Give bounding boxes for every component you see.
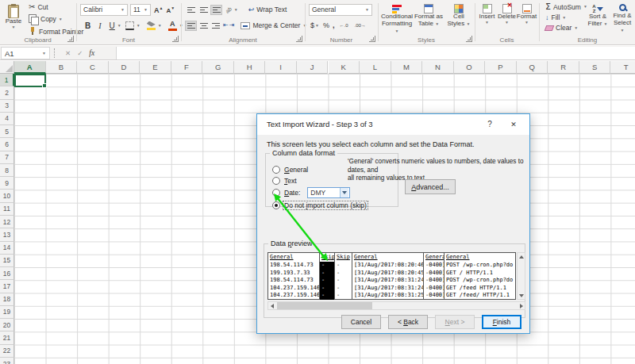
preview-cell[interactable]: - [335, 285, 352, 293]
row-header-9[interactable]: 9 [0, 177, 14, 190]
select-all-corner[interactable] [0, 61, 14, 74]
decrease-decimal-button[interactable]: .00→ [353, 22, 368, 29]
wrap-text-button[interactable]: ↩Wrap Text [246, 5, 290, 14]
row-header-11[interactable]: 11 [0, 203, 14, 216]
enter-entry-icon[interactable]: ✓ [77, 49, 83, 57]
column-header-J[interactable]: J [297, 61, 329, 74]
radio-option-date[interactable]: Date:DMY [272, 187, 350, 197]
column-header-C[interactable]: C [77, 61, 109, 74]
comma-style-button[interactable]: , [333, 21, 335, 29]
preview-cell[interactable]: - [320, 270, 335, 278]
active-cell-selection[interactable] [14, 74, 46, 87]
preview-column-header[interactable]: Skip [320, 253, 335, 262]
advanced-button[interactable]: Advanced... [405, 179, 456, 194]
conditional-formatting-button[interactable]: Conditional Formatting ▼ [380, 2, 414, 34]
radio-circle-icon[interactable] [272, 177, 280, 185]
row-header-21[interactable]: 21 [0, 331, 14, 344]
column-header-M[interactable]: M [391, 61, 423, 74]
middle-align-button[interactable] [198, 5, 210, 15]
radio-circle-icon[interactable] [272, 189, 280, 197]
font-dialog-launcher-icon[interactable] [172, 36, 179, 42]
increase-decimal-button[interactable]: ←.0 [338, 22, 350, 29]
preview-cell[interactable]: POST /wp-cron.php?do [444, 262, 516, 270]
row-header-14[interactable]: 14 [0, 242, 14, 255]
preview-cell[interactable]: -0400] [424, 285, 444, 293]
row-header-1[interactable]: 1 [0, 74, 14, 86]
align-left-button[interactable] [185, 21, 197, 31]
row-header-23[interactable]: 23 [0, 358, 14, 364]
column-header-H[interactable]: H [234, 61, 266, 74]
row-header-22[interactable]: 22 [0, 345, 14, 358]
finish-button[interactable]: Finish [482, 315, 521, 329]
column-header-Q[interactable]: Q [517, 61, 548, 74]
preview-cell[interactable]: GET /feed HTTP/1.1 [444, 285, 516, 293]
font-name-combo[interactable]: Calibri▼ [80, 4, 128, 16]
preview-column-header[interactable]: General [352, 253, 424, 262]
preview-column-header[interactable]: General [268, 253, 320, 262]
preview-cell[interactable]: -0400] [424, 262, 444, 270]
scroll-left-icon[interactable] [268, 302, 275, 309]
preview-cell[interactable]: 198.54.114.73 [268, 277, 320, 285]
preview-cell[interactable]: [31/Aug/2017:08:31:25 [352, 292, 424, 300]
name-box[interactable]: A1▼ [1, 47, 50, 59]
column-header-K[interactable]: K [329, 61, 360, 74]
scroll-right-icon[interactable] [518, 302, 525, 309]
preview-cell[interactable]: [31/Aug/2017:08:31:24 [352, 277, 424, 285]
accounting-format-button[interactable]: $▼ [310, 21, 320, 30]
column-header-G[interactable]: G [202, 61, 234, 74]
radio-option-text[interactable]: Text [272, 176, 298, 186]
row-header-13[interactable]: 13 [0, 228, 14, 241]
preview-cell[interactable]: -0400] [424, 277, 444, 285]
column-header-A[interactable]: A [14, 61, 46, 74]
radio-circle-icon[interactable] [272, 166, 280, 174]
merge-center-button[interactable]: Merge & Center▼ [238, 21, 309, 30]
row-header-10[interactable]: 10 [0, 190, 14, 202]
row-header-12[interactable]: 12 [0, 216, 14, 228]
increase-indent-icon[interactable]: ⇥ [229, 22, 235, 29]
align-center-button[interactable] [198, 21, 210, 31]
preview-column-header[interactable]: Skip [335, 253, 352, 262]
radio-circle-icon[interactable] [272, 201, 280, 209]
row-header-15[interactable]: 15 [0, 255, 14, 267]
bottom-align-button[interactable] [210, 5, 222, 15]
date-format-combo[interactable]: DMY [307, 187, 350, 198]
find-select-button[interactable]: Find & Select ▼ [611, 2, 633, 33]
column-header-T[interactable]: T [610, 61, 635, 74]
row-header-2[interactable]: 2 [0, 86, 14, 99]
column-header-R[interactable]: R [548, 61, 579, 74]
styles-dialog-launcher-icon[interactable] [466, 36, 472, 42]
row-header-5[interactable]: 5 [0, 125, 14, 138]
autosum-button[interactable]: ΣAutoSum▼ [543, 2, 590, 12]
row-header-6[interactable]: 6 [0, 138, 14, 151]
row-header-19[interactable]: 19 [0, 306, 14, 319]
row-header-16[interactable]: 16 [0, 267, 14, 280]
orientation-button[interactable]: ab▼ [223, 6, 241, 13]
preview-cell[interactable]: - [320, 285, 335, 293]
clipboard-dialog-launcher-icon[interactable] [67, 36, 74, 42]
sort-filter-button[interactable]: AZ Sort & Filter ▼ [586, 2, 610, 28]
row-header-20[interactable]: 20 [0, 319, 14, 331]
column-header-L[interactable]: L [360, 61, 391, 74]
scrollbar-thumb[interactable] [277, 302, 372, 309]
italic-button[interactable]: I [95, 21, 104, 31]
font-size-combo[interactable]: 11▼ [130, 4, 151, 16]
preview-cell[interactable]: POST /wp-cron.php?do [444, 277, 516, 285]
preview-cell[interactable]: 198.54.114.73 [268, 262, 320, 270]
insert-cells-button[interactable]: Insert ▼ [477, 2, 497, 25]
formula-input[interactable] [116, 47, 635, 59]
column-header-O[interactable]: O [454, 61, 486, 74]
cancel-entry-icon[interactable]: ✕ [65, 49, 71, 57]
radio-option-do-not-import-column-skip[interactable]: Do not import column (skip) [272, 200, 368, 210]
borders-button[interactable]: ▼ [123, 21, 143, 31]
format-as-table-button[interactable]: Format as Table ▼ [414, 2, 444, 28]
shrink-font-button[interactable]: A▼ [166, 5, 178, 15]
preview-cell[interactable]: GET /feed/ HTTP/1.1 [444, 292, 516, 300]
preview-column-header[interactable]: General [444, 253, 516, 262]
preview-vertical-scrollbar[interactable] [517, 252, 525, 300]
bold-button[interactable]: B [82, 21, 94, 31]
preview-cell[interactable]: - [335, 292, 352, 300]
preview-cell[interactable]: 104.237.159.146 [268, 285, 320, 293]
number-format-combo[interactable]: General▼ [309, 4, 372, 16]
preview-cell[interactable]: - [320, 277, 335, 285]
align-right-button[interactable] [210, 21, 222, 31]
